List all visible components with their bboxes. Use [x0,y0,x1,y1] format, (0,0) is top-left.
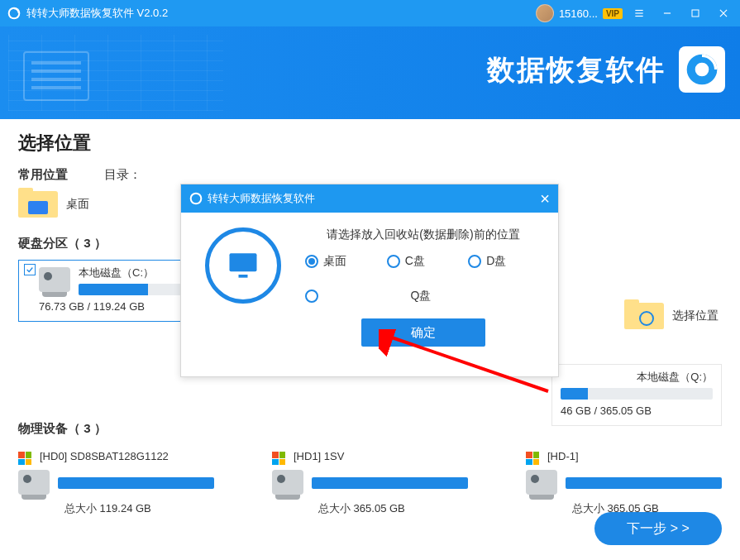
drive-icon [18,470,50,495]
device-size: 总大小 365.05 GB [318,501,468,516]
svg-rect-13 [230,253,257,271]
banner-logo-icon [679,46,725,93]
dialog-prompt: 请选择放入回收站(数据删除)前的位置 [305,227,542,242]
radio-label: D盘 [486,254,506,269]
usage-bar [312,477,468,489]
app-logo-icon [7,6,21,21]
vip-badge: VIP [603,8,623,19]
windows-icon [18,452,31,465]
close-button[interactable] [712,2,735,25]
dialog-titlebar: 转转大师数据恢复软件 × [181,184,558,213]
dialog-close-button[interactable]: × [540,190,550,207]
user-avatar[interactable] [536,4,554,22]
svg-rect-14 [239,275,248,278]
radio-option-c[interactable]: C盘 [387,254,461,269]
device-item[interactable]: [HD-1] 总大小 365.05 GB [526,450,722,516]
device-name: [HD-1] [547,450,579,462]
freq-item-select-location[interactable]: 选择位置 [624,299,719,333]
freq-item-desktop[interactable]: 桌面 [18,188,89,221]
dialog-title: 转转大师数据恢复软件 [208,191,315,206]
location-dialog: 转转大师数据恢复软件 × 请选择放入回收站(数据删除)前的位置 桌面 [180,184,559,377]
windows-icon [272,452,285,465]
radio-label: 桌面 [323,254,346,269]
radio-label: C盘 [405,254,425,269]
partition-name: 本地磁盘（Q:） [561,370,713,385]
title-bar: 转转大师数据恢复软件 V2.0.2 15160... VIP [0,0,740,26]
partition-size: 46 GB / 365.05 GB [561,404,713,417]
next-button[interactable]: 下一步 > > [594,512,722,545]
freq-item-label: 选择位置 [672,309,719,323]
radio-option-desktop[interactable]: 桌面 [305,254,379,269]
dialog-logo-icon [189,192,203,205]
radio-icon [468,255,481,268]
drive-icon [39,267,70,292]
maximize-button[interactable] [684,2,707,25]
menu-button[interactable] [628,2,651,25]
confirm-button-label: 确定 [411,325,436,341]
catalog-label: 目录： [104,167,141,183]
device-item[interactable]: [HD0] SD8SBAT128G1122 总大小 119.24 GB [18,450,214,516]
windows-icon [526,452,539,465]
radio-option-d[interactable]: D盘 [468,254,542,269]
svg-point-12 [192,194,201,203]
desktop-folder-icon [18,188,58,221]
partition-checkbox[interactable] [24,264,36,275]
radio-label: Q盘 [300,289,542,304]
banner: 数据恢复软件 [0,26,740,119]
banner-title: 数据恢复软件 [487,51,666,89]
usage-bar [58,477,214,489]
drive-icon [272,470,303,495]
device-name: [HD1] 1SV [294,450,344,462]
page-title: 选择位置 [18,131,722,156]
freq-item-label: 桌面 [66,197,89,212]
usage-bar [561,388,713,400]
monitor-icon [205,227,281,304]
usage-bar [566,477,722,489]
search-folder-icon [624,299,664,333]
svg-point-10 [695,63,709,77]
radio-icon [387,255,400,268]
partition-card-q[interactable]: 本地磁盘（Q:） 46 GB / 365.05 GB [551,364,722,426]
frequent-locations-label: 常用位置 [18,167,68,183]
device-name: [HD0] SD8SBAT128G1122 [40,450,169,462]
app-title: 转转大师数据恢复软件 V2.0.2 [26,6,168,21]
user-id[interactable]: 15160... [559,7,598,20]
confirm-button[interactable]: 确定 [361,318,485,347]
next-button-label: 下一步 > > [627,520,690,538]
drive-icon [526,470,557,495]
device-size: 总大小 119.24 GB [64,501,214,516]
radio-icon [305,255,318,268]
device-item[interactable]: [HD1] 1SV 总大小 365.05 GB [272,450,468,516]
banner-decor-icon [23,51,89,101]
minimize-button[interactable] [656,2,679,25]
svg-rect-6 [692,10,699,17]
